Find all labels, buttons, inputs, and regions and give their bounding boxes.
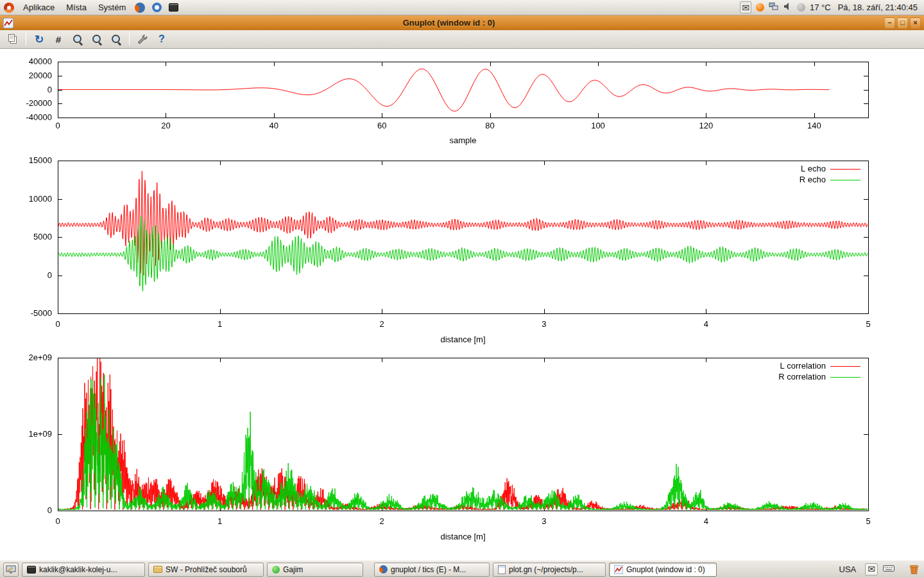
clock-applet[interactable]: Pá, 18. září, 21:40:45 xyxy=(835,3,920,12)
copy-to-clipboard-button[interactable] xyxy=(6,33,19,46)
toolbar-separator xyxy=(129,33,130,46)
firefox-icon xyxy=(379,565,388,574)
task-label: plot.gn (~/projects/p... xyxy=(509,565,583,574)
task-gajim[interactable]: Gajim xyxy=(267,563,363,577)
task-label: SW - Prohlížeč souborů xyxy=(166,565,247,574)
mail-icon: ✉ xyxy=(742,3,749,12)
terminal-icon xyxy=(27,566,36,574)
replot-button[interactable]: ↻ xyxy=(33,33,46,46)
minimize-button[interactable]: – xyxy=(884,17,895,28)
task-gnuplot[interactable]: Gnuplot (window id : 0) xyxy=(609,563,717,577)
window-controls: – □ × xyxy=(884,17,921,28)
help-icon xyxy=(152,3,162,12)
magnifier-icon xyxy=(72,33,83,45)
gnuplot-icon xyxy=(614,565,623,574)
task-label: Gajim xyxy=(283,565,303,574)
window-title: Gnuplot (window id : 0) xyxy=(13,18,884,28)
menu-applications[interactable]: Aplikace xyxy=(18,1,60,13)
toolbar-separator xyxy=(26,33,26,46)
gnuplot-plot-area xyxy=(0,49,924,560)
zoom-button[interactable] xyxy=(71,33,84,46)
trash-icon[interactable] xyxy=(909,564,920,575)
firefox-launcher-icon[interactable] xyxy=(134,2,146,13)
mail-icon: ✉ xyxy=(868,564,875,574)
system-tray: ✉ 17 °C Pá, 18. září, 21:40:45 xyxy=(740,1,920,13)
terminal-icon xyxy=(169,3,178,12)
task-label: kaklik@kaklik-kolej-u... xyxy=(39,565,117,574)
firefox-icon xyxy=(135,3,145,13)
toggle-grid-button[interactable]: # xyxy=(52,33,65,46)
text-editor-icon xyxy=(498,565,506,574)
next-zoom-button[interactable] xyxy=(110,33,123,46)
task-file-browser[interactable]: SW - Prohlížeč souborů xyxy=(148,563,264,577)
keyboard-layout-indicator[interactable]: USA xyxy=(835,564,860,575)
mail-notification[interactable]: ✉ xyxy=(740,1,751,13)
temperature-label[interactable]: 17 °C xyxy=(810,3,831,12)
task-label: Gnuplot (window id : 0) xyxy=(626,565,705,574)
gnome-top-panel: Aplikace Místa Systém ✉ 17 °C Pá, 18. zá… xyxy=(0,0,924,15)
configure-button[interactable] xyxy=(136,33,149,46)
file-manager-icon xyxy=(153,566,162,573)
maximize-button[interactable]: □ xyxy=(897,17,908,28)
magnifier-prev-icon xyxy=(91,33,103,45)
menu-system[interactable]: Systém xyxy=(93,1,131,13)
network-icon[interactable] xyxy=(769,2,779,13)
gnuplot-canvas[interactable] xyxy=(0,49,924,560)
magnifier-next-icon xyxy=(110,33,122,45)
update-icon[interactable] xyxy=(756,3,764,12)
terminal-launcher-icon[interactable] xyxy=(167,2,179,13)
gnuplot-window-titlebar[interactable]: Gnuplot (window id : 0) – □ × xyxy=(0,15,924,30)
gnuplot-toolbar: ↻ # ? xyxy=(0,30,924,49)
keyboard-icon[interactable] xyxy=(883,564,894,575)
previous-zoom-button[interactable] xyxy=(90,33,103,46)
help-button[interactable]: ? xyxy=(155,33,168,46)
desktop: Aplikace Místa Systém ✉ 17 °C Pá, 18. zá… xyxy=(0,0,924,578)
gnuplot-window-icon[interactable] xyxy=(3,18,13,28)
task-firefox[interactable]: gnuplot / tics (E) - M... xyxy=(374,563,490,577)
ubuntu-menu-icon[interactable] xyxy=(4,3,14,13)
task-label: gnuplot / tics (E) - M... xyxy=(391,565,466,574)
menu-places[interactable]: Místa xyxy=(61,1,92,13)
volume-icon[interactable] xyxy=(783,2,792,13)
close-button[interactable]: × xyxy=(910,17,921,28)
mail-tray[interactable]: ✉ xyxy=(865,563,878,575)
gajim-icon xyxy=(272,566,280,574)
help-launcher-icon[interactable] xyxy=(151,2,162,13)
show-desktop-button[interactable] xyxy=(3,563,19,577)
task-terminal[interactable]: kaklik@kaklik-kolej-u... xyxy=(22,563,145,577)
taskbar-tray: USA ✉ xyxy=(835,563,921,575)
taskbar: kaklik@kaklik-kolej-u... SW - Prohlížeč … xyxy=(0,560,924,578)
task-editor[interactable]: plot.gn (~/projects/p... xyxy=(493,563,606,577)
weather-icon[interactable] xyxy=(797,3,805,12)
